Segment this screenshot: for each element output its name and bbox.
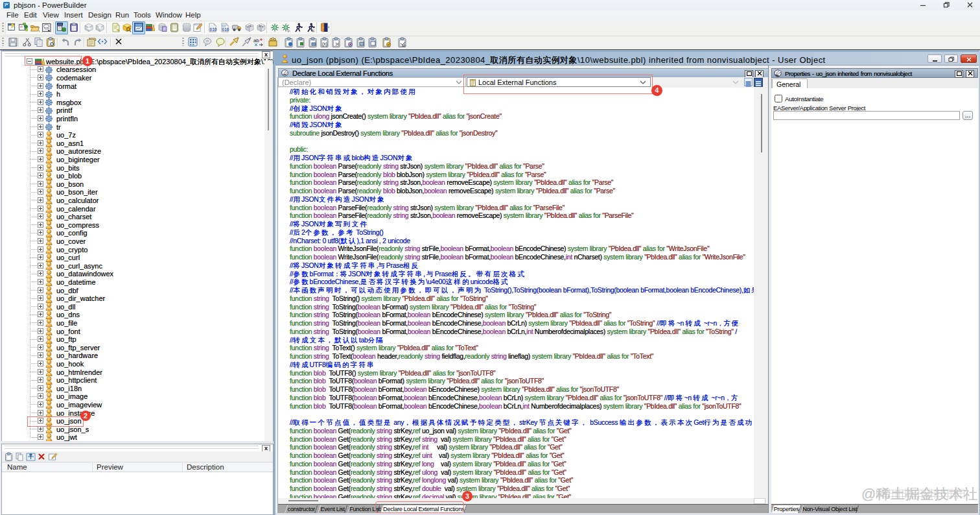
svg-text:(x): (x) [322, 42, 327, 47]
svg-text:ab: ab [402, 43, 406, 47]
svg-text:ab: ab [253, 38, 259, 43]
svg-text:010: 010 [222, 27, 229, 32]
svg-text:010: 010 [209, 27, 216, 32]
